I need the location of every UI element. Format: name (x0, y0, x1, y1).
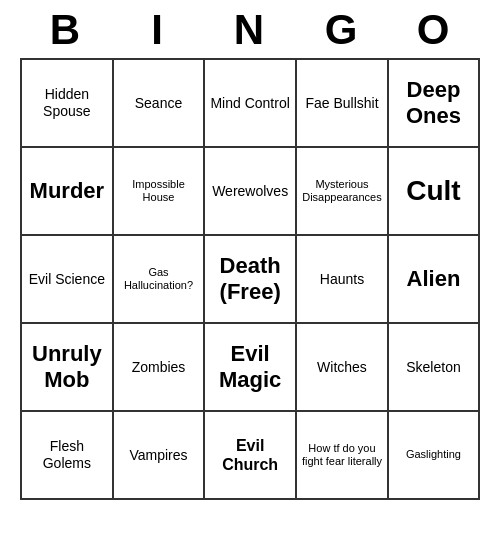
bingo-title: BINGO (20, 0, 480, 58)
cell-r2-c3: Haunts (296, 235, 388, 323)
cell-r3-c4: Skeleton (388, 323, 479, 411)
cell-r0-c3: Fae Bullshit (296, 59, 388, 147)
cell-r2-c2: Death (Free) (204, 235, 296, 323)
cell-r4-c1: Vampires (113, 411, 205, 499)
cell-r0-c1: Seance (113, 59, 205, 147)
cell-r3-c2: Evil Magic (204, 323, 296, 411)
cell-r4-c4: Gaslighting (388, 411, 479, 499)
cell-r1-c1: Impossible House (113, 147, 205, 235)
title-letter: B (20, 6, 112, 54)
cell-r3-c3: Witches (296, 323, 388, 411)
cell-r2-c1: Gas Hallucination? (113, 235, 205, 323)
cell-r3-c0: Unruly Mob (21, 323, 113, 411)
cell-r1-c4: Cult (388, 147, 479, 235)
cell-r1-c0: Murder (21, 147, 113, 235)
cell-r0-c4: Deep Ones (388, 59, 479, 147)
cell-r0-c0: Hidden Spouse (21, 59, 113, 147)
cell-r1-c2: Werewolves (204, 147, 296, 235)
cell-r2-c4: Alien (388, 235, 479, 323)
cell-r0-c2: Mind Control (204, 59, 296, 147)
bingo-grid: Hidden SpouseSeanceMind ControlFae Bulls… (20, 58, 480, 500)
title-letter: O (388, 6, 480, 54)
title-letter: N (204, 6, 296, 54)
title-letter: I (112, 6, 204, 54)
title-letter: G (296, 6, 388, 54)
cell-r4-c3: How tf do you fight fear literally (296, 411, 388, 499)
cell-r2-c0: Evil Science (21, 235, 113, 323)
cell-r1-c3: Mysterious Disappearances (296, 147, 388, 235)
cell-r3-c1: Zombies (113, 323, 205, 411)
cell-r4-c0: Flesh Golems (21, 411, 113, 499)
cell-r4-c2: Evil Church (204, 411, 296, 499)
